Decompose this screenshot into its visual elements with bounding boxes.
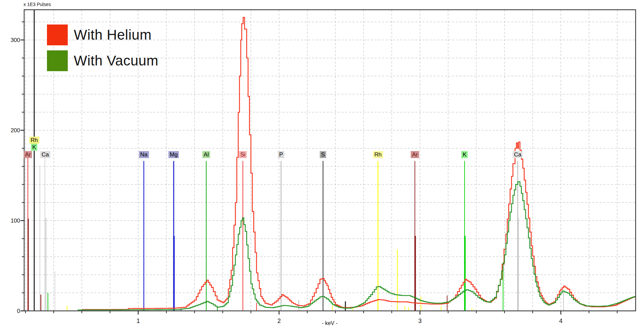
xrf-spectrum-window: 12340100200300 x 1E3 Pulses With Helium … bbox=[0, 0, 644, 329]
x-tick-label-3: 3 bbox=[418, 318, 422, 324]
y-tick-label-0: 0 bbox=[17, 308, 20, 314]
x-tick-label-1: 1 bbox=[137, 318, 140, 324]
y-tick-label-100: 100 bbox=[11, 218, 20, 224]
series-path-with-vacuum bbox=[77, 182, 635, 310]
plot-border bbox=[24, 10, 636, 311]
y-tick-label-200: 200 bbox=[11, 127, 20, 134]
spectrum-plot-area[interactable]: 12340100200300 bbox=[0, 0, 644, 329]
series-path-with-helium bbox=[82, 17, 636, 310]
x-tick-label-4: 4 bbox=[559, 318, 562, 324]
y-tick-label-300: 300 bbox=[11, 37, 20, 43]
x-tick-label-2: 2 bbox=[277, 318, 281, 324]
